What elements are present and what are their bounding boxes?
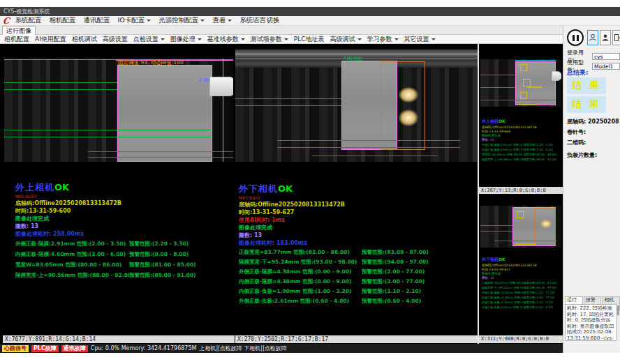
exit-button[interactable] (612, 30, 620, 45)
menu-item-io-config[interactable]: IO卡配置 (118, 16, 152, 25)
camera-image-lower[interactable]: AI检测区 (235, 50, 478, 162)
measure-line (235, 105, 341, 106)
needle-number-label: 卷针号: (567, 128, 586, 136)
measure-line (480, 87, 515, 88)
camera-image-upper[interactable]: 固定阈值:93, 动态阈值:100 2.88 (4, 59, 233, 162)
dropdown-arrow-icon (394, 38, 399, 40)
menu-item-system-config[interactable]: 系统配置 (15, 16, 42, 25)
menu-item-language-switch[interactable]: 系统语言切换 (239, 16, 279, 25)
threshold-overlay-text: 固定阈值:93, 动态阈值:100 (118, 59, 184, 66)
dropdown-arrow-icon (228, 20, 232, 22)
reflective-tab-highlight (540, 220, 552, 228)
measure-marker-label: 2.88 (199, 77, 210, 83)
dropdown-arrow-icon (200, 20, 205, 22)
tool-test-params[interactable]: 测试项参数 (251, 35, 288, 44)
measure-line (4, 137, 211, 137)
statusbar: 心跳信号 PLC故障 通讯故障 Cpu: 0.0% Memory: 3424.4… (0, 344, 563, 353)
spotcheck-roi (520, 64, 527, 71)
tool-spotcheck-settings[interactable]: 点检设置 (133, 35, 165, 44)
mini-result-text-bottom: 外下相机OK 底轴码:Offline2025020813313472B 时间:1… (482, 250, 561, 310)
menu-item-camera-config[interactable]: 相机配置 (50, 16, 76, 25)
model-input[interactable] (592, 63, 620, 70)
measurement-row: 宽度W=83.05mm 范围:(80.00 - 86.00)预警范围:(81.0… (15, 259, 239, 270)
time-text: 时间:13-31-59-627 (239, 208, 462, 216)
baseline-cyan-line (515, 60, 556, 61)
tool-advanced-debug[interactable]: 高级调试 (330, 35, 362, 44)
window-title: CYS-视觉检测系统 (3, 8, 50, 15)
pixel-coords-lower: X:270;Y:2502;R:17;G:17;B:17 (235, 335, 478, 343)
camera-view-lower: AI检测区 外下相机OK MES:BUSY 底轴码:Offline2025020… (235, 44, 478, 344)
menu-item-light-config[interactable]: 光源控制配置 (158, 16, 205, 25)
log-scrollbar[interactable] (617, 304, 619, 341)
titlebar: CYS-视觉检测系统 (0, 7, 620, 16)
user-filled-icon (601, 33, 610, 43)
measure-line (277, 147, 460, 148)
result-box-lower: 结 果 (567, 96, 606, 113)
pause-icon (573, 35, 575, 41)
machine-highlight-line (235, 54, 478, 54)
measure-line (480, 231, 512, 232)
pause-icon (577, 35, 579, 41)
camera-name: 外上相机 (15, 182, 54, 192)
tool-other-settings[interactable]: 其它设置 (404, 35, 436, 44)
result-text-upper: 外上相机OK MES:BUSY 底轴码:Offline2025020813313… (15, 180, 239, 280)
ai-detect-roi (381, 61, 425, 150)
result-box-upper: 结 果 (567, 77, 606, 94)
elapsed-text: 图像处理耗时: 183.00ms (239, 239, 462, 248)
mini-camera-image-top[interactable] (480, 59, 561, 107)
process-done-text: 图像处理完成 (15, 215, 239, 222)
user-icon (589, 33, 597, 43)
measurement-row: 内侧正极-负极=1.90mm 范围:(1.00 - 2.20)预警范围:(1.1… (239, 287, 462, 296)
user-login-button[interactable] (587, 30, 598, 45)
time-text: 时间:13-31-59-600 (15, 207, 239, 215)
spotcheck-roi (517, 211, 524, 218)
spotcheck-roi (520, 92, 527, 99)
tool-advanced-settings[interactable]: 高级设置 (103, 35, 128, 44)
mini-result-text-top: 外上相机OK 底轴码:Offline2025020813313472B 时间:1… (482, 112, 561, 162)
pause-button[interactable] (567, 29, 584, 46)
measurement-row: 内侧正极-隔膜:4.60mm 范围:(3.00 - 6.00)预警范围:(0.0… (15, 249, 239, 259)
dropdown-arrow-icon (198, 38, 202, 40)
measurement-row: 隔膜宽度-上=90.56mm 范围:(88.00 - 92.00)预警范围:(8… (15, 270, 239, 280)
spotcheck-label (515, 243, 536, 245)
tool-image-processing[interactable]: 图像处理 (170, 35, 202, 44)
measure-line (4, 82, 117, 83)
process-done-text: 图像处理完成 (239, 224, 462, 232)
qr-code-label: 二维码: (567, 139, 586, 146)
ai-area-label: AI检测区 (344, 55, 363, 62)
tab-feature (552, 71, 561, 81)
camera-name: 外下相机 (239, 183, 278, 194)
measure-line (494, 241, 557, 241)
dropdown-arrow-icon (357, 38, 362, 40)
measure-line (277, 140, 460, 141)
log-textbox: 耗时: 222, 凹陷检测耗时: 17, 凹陷分页耗时: 0, 凹陷提取分区耗时… (565, 304, 617, 341)
negative-count-label: 负极片数量: (567, 151, 597, 159)
tab-feature (209, 77, 233, 96)
log-scrollbar-thumb[interactable] (617, 305, 619, 315)
tool-plc-address[interactable]: PLC地址表 (294, 35, 325, 44)
camera-view-upper: 固定阈值:93, 动态阈值:100 2.88 外上相机OK MES:BUSY 底… (3, 44, 235, 344)
tool-ai-config[interactable]: AI使用配置 (35, 35, 66, 44)
mini-camera-image-bottom[interactable] (480, 206, 561, 248)
tool-baseline-params[interactable]: 基准线参数 (207, 35, 245, 44)
plc-status-badge: PLC故障 (31, 345, 59, 352)
measurement-row: 外侧正极-隔膜=4.38mm 范围:(0.00 - 9.00)预警范围:(2.0… (239, 267, 462, 277)
bottom-code-value: 20250208 (588, 119, 619, 125)
user-manage-button[interactable] (600, 30, 611, 45)
dropdown-arrow-icon (161, 38, 165, 40)
ai-time-text: 使用AI耗时: 1ms (239, 216, 462, 224)
menubar: C 系统配置 相机配置 通讯配置 IO卡配置 光源控制配置 查看 系统语言切换 (0, 16, 620, 26)
right-control-panel: 登录用户: 使用型号: 总结果: 结 果 结 果 底轴码: 20250208 卷… (563, 26, 620, 353)
dropdown-arrow-icon (431, 38, 436, 40)
tool-camera-config[interactable]: 相机配置 (4, 35, 29, 44)
measure-line (88, 157, 233, 158)
menu-item-view[interactable]: 查看 (212, 16, 232, 25)
toolbar: 相机配置 AI使用配置 相机调试 高级设置 点检设置 图像处理 基准线参数 测试… (0, 35, 563, 44)
tool-learning-params[interactable]: 学习参数 (367, 35, 399, 44)
menu-item-comm-config[interactable]: 通讯配置 (84, 16, 110, 25)
measure-line (235, 98, 341, 99)
tool-camera-debug[interactable]: 相机调试 (72, 35, 97, 44)
edge-marker-line (223, 59, 223, 162)
measurement-row: 隔膜宽度-下=95.24mm 范围:(93.00 - 98.00)预警范围:(9… (239, 257, 462, 267)
measure-line (480, 100, 556, 100)
